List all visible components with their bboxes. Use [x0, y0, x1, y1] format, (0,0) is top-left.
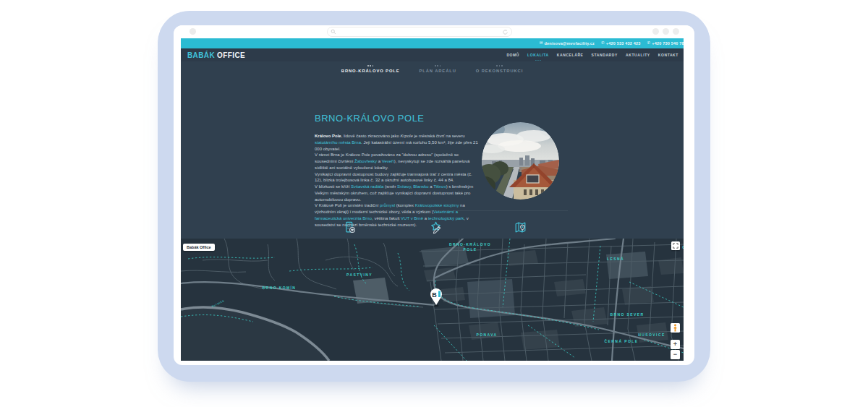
subnav-dots	[367, 65, 373, 67]
text-span: a	[423, 216, 428, 220]
nav-item-aktuality[interactable]: AKTUALITY	[626, 51, 650, 59]
contact-link[interactable]: ✆+420 533 432 423	[601, 41, 641, 46]
email-icon: ✉	[540, 41, 543, 46]
browser-address-bar[interactable]	[327, 27, 512, 37]
text-link[interactable]: VUT v Brně	[401, 216, 423, 220]
contact-link[interactable]: ✆+420 730 540 783	[647, 41, 684, 46]
page-background: ✉denisova@mvofacility.cz✆+420 533 432 42…	[0, 0, 868, 407]
nav-item-lokalita[interactable]: LOKALITA	[527, 51, 549, 59]
text-span: a	[377, 159, 382, 163]
camera-dot	[190, 28, 196, 35]
text-link[interactable]: Tišnov	[433, 184, 446, 189]
tablet-mockup-frame: ✉denisova@mvofacility.cz✆+420 533 432 42…	[158, 11, 710, 382]
refresh-icon[interactable]	[502, 29, 509, 35]
map-label: BRNO SEVER	[610, 312, 644, 317]
subnav-dots	[496, 65, 502, 67]
map-label: CACOVICE	[682, 245, 684, 249]
map-label: BRNO KOMÍN	[263, 285, 297, 290]
webpage: ✉denisova@mvofacility.cz✆+420 533 432 42…	[181, 38, 684, 361]
text-link[interactable]: Královopolské strojírny	[415, 203, 459, 207]
active-nav-dots	[535, 60, 540, 61]
text-link[interactable]: Svitavská radiála	[351, 184, 383, 189]
star-pencil-icon	[429, 220, 443, 237]
text-span: V blízkosti se kříží	[315, 184, 351, 189]
text-span: , většina fakult	[372, 216, 401, 220]
subnav-item[interactable]: PLÁN AREÁLU	[420, 65, 456, 73]
browser-toolbar	[174, 25, 694, 38]
subnav-label: O REKONSTRUKCI	[476, 69, 523, 73]
text-link[interactable]: Veveří	[382, 159, 394, 163]
subnav-item[interactable]: BRNO-KRÁLOVO POLE	[341, 65, 400, 73]
text-span: Vynikající dopravní dostupnost budovy za…	[315, 172, 472, 183]
map-zoom-in-button[interactable]: +	[671, 340, 680, 349]
subnav-label: PLÁN AREÁLU	[420, 69, 456, 73]
map-label: HUSOVICE	[638, 333, 665, 337]
divider	[315, 210, 568, 211]
section-paragraph: Královo Pole, lidově často zkracováno ja…	[315, 133, 480, 228]
section-title: BRNO-KRÁLOVO POLE	[315, 113, 425, 124]
map-label: POLE	[463, 247, 477, 252]
subnav-dots	[435, 65, 441, 67]
text-link[interactable]: průmysl	[380, 203, 395, 207]
text-link[interactable]: technologický park	[428, 216, 464, 220]
text-link[interactable]: statutárního města Brna	[315, 140, 361, 145]
contact-text: +420 533 432 423	[606, 41, 641, 46]
nav-item-standardy[interactable]: STANDARDY	[592, 51, 618, 59]
nav-item-domů[interactable]: DOMŮ	[506, 51, 519, 59]
text-span: (směr	[383, 184, 397, 189]
text-span: (komplex	[395, 203, 415, 207]
map-label: BRNO-KRÁLOVO	[449, 242, 491, 247]
logo-secondary: OFFICE	[217, 51, 245, 59]
browser-window: ✉denisova@mvofacility.cz✆+420 533 432 42…	[174, 25, 694, 365]
lokalita-section: BRNO-KRÁLOVO POLEPLÁN AREÁLUO REKONSTRUK…	[181, 61, 684, 239]
fullscreen-icon	[673, 243, 678, 249]
site-logo[interactable]: BABÁKOFFICE	[187, 51, 245, 59]
text-span: Krpole	[400, 134, 412, 138]
district-photo	[482, 122, 559, 200]
text-span: Královo Pole	[315, 134, 341, 138]
map-label: ČERNÁ POLE	[605, 339, 639, 343]
text-link[interactable]: Žabovřesky	[354, 159, 377, 163]
map-label: PONAVA	[476, 333, 497, 337]
svg-text:B: B	[432, 291, 437, 299]
section-subnav: BRNO-KRÁLOVO POLEPLÁN AREÁLUO REKONSTRUK…	[181, 65, 684, 73]
main-nav: DOMŮLOKALITAKANCELÁŘESTANDARDYAKTUALITYK…	[506, 51, 678, 59]
map-pin-icon	[514, 220, 527, 237]
map-canvas[interactable]: BRNO-KRÁLOVOPOLELESNÁPASTVINYBRNO KOMÍNS…	[181, 239, 684, 361]
contact-topbar: ✉denisova@mvofacility.cz✆+420 533 432 42…	[181, 38, 684, 48]
map-zoom-out-button[interactable]: −	[671, 350, 680, 359]
contact-text: denisova@mvofacility.cz	[545, 41, 595, 46]
subnav-item[interactable]: O REKONSTRUKCI	[476, 65, 523, 73]
phone-icon: ✆	[601, 41, 605, 46]
district-photo-image	[482, 122, 559, 200]
text-span: je městská čtvrť na severu	[413, 134, 465, 138]
logo-primary: BABÁK	[187, 51, 215, 59]
map-office-label: Babák Office	[183, 244, 215, 251]
building-heart-icon	[343, 220, 357, 237]
nav-item-kanceláře[interactable]: KANCELÁŘE	[557, 51, 584, 59]
topbar-contacts: ✉denisova@mvofacility.cz✆+420 533 432 42…	[540, 41, 684, 46]
pegman-icon	[672, 324, 678, 332]
contact-link[interactable]: ✉denisova@mvofacility.cz	[540, 41, 595, 46]
text-span: , lidově často zkracováno jako	[341, 134, 401, 138]
map-label: LESNÁ	[607, 257, 624, 261]
text-link[interactable]: Svitavy	[397, 184, 411, 189]
map[interactable]: BRNO-KRÁLOVOPOLELESNÁPASTVINYBRNO KOMÍNS…	[181, 239, 684, 361]
phone-icon: ✆	[647, 41, 650, 46]
site-header: BABÁKOFFICE DOMŮLOKALITAKANCELÁŘESTANDAR…	[181, 48, 684, 61]
window-control-dots	[652, 28, 679, 35]
subnav-label: BRNO-KRÁLOVO POLE	[341, 69, 400, 73]
text-span: V Králově Poli je umístěn tradiční	[315, 203, 380, 207]
map-fullscreen-button[interactable]	[671, 241, 680, 250]
text-link[interactable]: Blansko	[413, 184, 428, 189]
search-icon	[331, 29, 336, 35]
contact-text: +420 730 540 783	[652, 41, 684, 46]
street-view-pegman-button[interactable]	[671, 323, 680, 333]
nav-item-kontakt[interactable]: KONTAKT	[658, 51, 678, 59]
map-label: PASTVINY	[346, 273, 373, 277]
